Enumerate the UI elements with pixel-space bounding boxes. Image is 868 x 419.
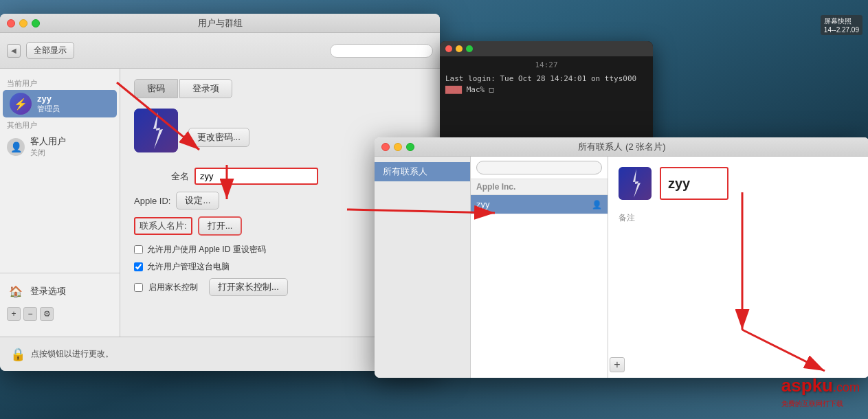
tab-login-items[interactable]: 登录项 bbox=[179, 79, 232, 98]
contacts-minimize-button[interactable] bbox=[394, 143, 402, 151]
lock-icon[interactable]: 🔒 bbox=[10, 347, 25, 362]
show-all-button[interactable]: 全部显示 bbox=[26, 42, 74, 59]
open-contacts-button[interactable]: 打开... bbox=[198, 216, 243, 236]
contact-detail-avatar bbox=[619, 167, 652, 200]
guest-name: 客人用户 bbox=[30, 135, 66, 148]
lock-area: 🔒 点按锁钮以进行更改。 bbox=[10, 347, 113, 362]
checkbox-reset-password[interactable] bbox=[134, 245, 143, 254]
full-name-input[interactable] bbox=[194, 168, 318, 185]
tab-password[interactable]: 密码 bbox=[134, 79, 178, 98]
contacts-detail: zyy 备注 bbox=[608, 157, 868, 378]
close-button[interactable] bbox=[7, 19, 15, 27]
contacts-body: 所有联系人 Apple Inc. zyy 👤 bbox=[375, 157, 868, 378]
sys-prefs-window: 用户与群组 ◀ 全部显示 当前用户 ⚡ zyy bbox=[0, 14, 440, 371]
terminal-maximize[interactable] bbox=[466, 45, 473, 52]
sidebar: 当前用户 ⚡ zyy 管理员 其他用户 👤 bbox=[0, 69, 120, 337]
current-users-label: 当前用户 bbox=[0, 76, 120, 90]
terminal-line1: Last login: Tue Oct 28 14:24:01 on ttys0… bbox=[445, 73, 647, 85]
terminal-line2: ████ Mac% □ bbox=[445, 84, 647, 96]
search-input[interactable] bbox=[330, 44, 433, 58]
open-parental-controls-button[interactable]: 打开家长控制... bbox=[209, 278, 288, 296]
contact-notes-label: 备注 bbox=[619, 212, 859, 224]
change-password-button[interactable]: 更改密码... bbox=[188, 128, 249, 147]
terminal-time: 14:27 bbox=[445, 60, 647, 71]
apple-id-label: Apple ID: bbox=[134, 196, 170, 206]
user-avatar-zyy: ⚡ bbox=[10, 93, 32, 115]
action-button[interactable]: ⚙ bbox=[40, 307, 54, 321]
contact-person-icon: 👤 bbox=[592, 200, 602, 210]
terminal-minimize[interactable] bbox=[456, 45, 463, 52]
contacts-close-button[interactable] bbox=[381, 143, 390, 151]
contact-name-zyy: zyy bbox=[476, 199, 588, 210]
contacts-sidebar: 所有联系人 bbox=[375, 157, 471, 378]
main-content: 当前用户 ⚡ zyy 管理员 其他用户 👤 bbox=[0, 69, 440, 337]
terminal-titlebar bbox=[440, 41, 653, 56]
toolbar: ◀ 全部显示 bbox=[0, 33, 440, 69]
checkbox-parental-label: 启用家长控制 bbox=[148, 282, 198, 293]
contacts-search-input[interactable] bbox=[476, 161, 602, 174]
svg-rect-2 bbox=[619, 167, 652, 200]
checkbox-manage-computer-label: 允许用户管理这台电脑 bbox=[147, 261, 230, 273]
contact-group-label: Apple Inc. bbox=[471, 179, 608, 195]
checkbox-manage-computer[interactable] bbox=[134, 262, 143, 271]
contacts-titlebar: 所有联系人 (2 张名片) bbox=[375, 137, 868, 157]
user-role-zyy: 管理员 bbox=[37, 104, 60, 114]
house-icon: 🏠 bbox=[7, 282, 25, 300]
contacts-search-area bbox=[471, 157, 608, 179]
checkbox-parental-controls[interactable] bbox=[134, 283, 143, 292]
login-options-item[interactable]: 🏠 登录选项 bbox=[0, 279, 120, 304]
all-contacts-sidebar-item[interactable]: 所有联系人 bbox=[375, 162, 470, 181]
sidebar-item-guest[interactable]: 👤 客人用户 关闭 bbox=[0, 132, 120, 161]
window-titlebar: 用户与群组 bbox=[0, 14, 440, 33]
other-users-label: 其他用户 bbox=[0, 117, 120, 132]
login-options-label: 登录选项 bbox=[30, 285, 66, 297]
full-name-label: 全名 bbox=[134, 170, 189, 183]
sidebar-item-zyy[interactable]: ⚡ zyy 管理员 bbox=[3, 90, 117, 117]
guest-icon: 👤 bbox=[7, 138, 25, 156]
remove-user-button[interactable]: − bbox=[23, 307, 37, 321]
lock-text: 点按锁钮以进行更改。 bbox=[31, 348, 113, 360]
checkbox-reset-password-label: 允许用户使用 Apple ID 重设密码 bbox=[147, 244, 266, 256]
contacts-traffic-lights bbox=[381, 143, 414, 151]
user-avatar-large bbox=[134, 109, 178, 152]
guest-sub: 关闭 bbox=[30, 148, 66, 158]
minimize-button[interactable] bbox=[19, 19, 27, 27]
terminal-close[interactable] bbox=[445, 45, 452, 52]
user-name-zyy: zyy bbox=[37, 93, 60, 104]
traffic-lights bbox=[7, 19, 40, 27]
sidebar-controls: + − ⚙ bbox=[0, 304, 120, 324]
contact-detail-header: zyy bbox=[619, 167, 859, 200]
contacts-window: 所有联系人 (2 张名片) 所有联系人 Apple Inc. zyy 👤 bbox=[375, 137, 868, 378]
terminal-window: 14:27 Last login: Tue Oct 28 14:24:01 on… bbox=[440, 41, 653, 151]
set-apple-id-button[interactable]: 设定... bbox=[176, 192, 219, 210]
back-button[interactable]: ◀ bbox=[7, 44, 21, 58]
contacts-window-title: 所有联系人 (2 张名片) bbox=[578, 141, 665, 153]
add-user-button[interactable]: + bbox=[7, 307, 21, 321]
contact-detail-name: zyy bbox=[660, 167, 728, 200]
add-contact-button[interactable]: + bbox=[610, 357, 625, 372]
tab-bar: 密码 登录项 bbox=[134, 79, 426, 98]
terminal-content: 14:27 Last login: Tue Oct 28 14:24:01 on… bbox=[440, 56, 653, 100]
window-title: 用户与群组 bbox=[198, 17, 243, 30]
contacts-maximize-button[interactable] bbox=[406, 143, 414, 151]
maximize-button[interactable] bbox=[32, 19, 40, 27]
bottom-bar: 🔒 点按锁钮以进行更改。 bbox=[0, 337, 440, 371]
contacts-card-label: 联系人名片: bbox=[134, 217, 192, 235]
contact-list-item-zyy[interactable]: zyy 👤 bbox=[471, 195, 608, 214]
contacts-list: Apple Inc. zyy 👤 bbox=[471, 157, 608, 378]
screenshot-label: 屏幕快照 14--2.27.09 bbox=[821, 15, 863, 35]
